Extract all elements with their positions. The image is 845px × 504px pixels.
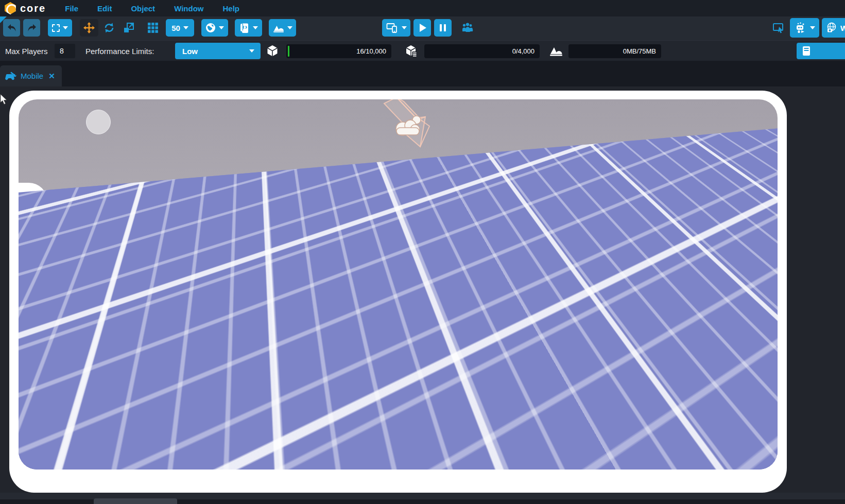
max-players-field[interactable]: 8 [55,44,75,58]
axis-x-label: X [50,448,55,456]
networked-object-value: 0/4,000 [512,47,534,55]
chevron-down-icon [249,49,254,53]
web-publish-button[interactable]: W [822,18,845,38]
selection-mode-dropdown[interactable] [48,19,72,37]
chevron-down-icon [63,26,68,29]
multiplayer-preview-icon [461,22,474,33]
object-count-value: 16/10,000 [356,47,386,55]
terrain-memory-value: 0MB/75MB [623,47,656,55]
chevron-down-icon [183,26,188,29]
networked-object-meter: 0/4,000 [424,44,540,58]
spawn-point-gizmo[interactable] [367,99,436,149]
monitor-cursor-icon [772,22,785,33]
mobile-device-frame: Z X Y [9,91,787,493]
menu-help[interactable]: Help [222,4,239,13]
object-count-icon [266,44,279,60]
snap-size-dropdown[interactable]: 50 [166,19,194,37]
scene-viewport[interactable]: Z X Y [0,86,845,504]
selection-box-icon [52,24,60,32]
bottom-panel-handle[interactable] [94,498,177,504]
terrain-memory-icon [549,44,563,60]
chevron-down-icon [402,26,407,29]
play-button[interactable] [413,19,431,37]
bot-icon [795,22,807,34]
spawn-pin-person-icon [391,265,412,292]
device-preview-dropdown[interactable] [382,19,410,37]
grid-snap-button[interactable] [145,19,161,37]
tab-close-icon[interactable]: ✕ [48,72,55,81]
main-toolbar: 50 [0,16,845,40]
screen-share-button[interactable] [771,19,786,37]
3d-scene[interactable]: Z X Y [19,99,778,470]
menu-edit[interactable]: Edit [97,4,112,13]
core-logo-icon [4,2,16,14]
performance-limits-value: Low [182,47,198,56]
script-dropdown[interactable] [235,19,262,37]
grid-icon [147,22,159,33]
pause-button[interactable] [434,19,452,37]
globe-camera-icon [826,22,837,33]
multiplayer-preview-button[interactable] [458,19,477,37]
meter-fill [288,46,289,57]
chevron-down-icon [287,26,292,29]
app-name: core [20,3,46,14]
panel-icon [802,45,812,57]
undo-icon [7,23,17,32]
redo-button[interactable] [23,19,40,37]
move-tool-button[interactable] [80,19,98,37]
mouse-cursor [0,94,8,105]
play-icon [420,24,426,32]
performance-limits-label: Performance Limits: [85,47,154,56]
tab-mobile[interactable]: Mobile ✕ [0,65,62,86]
object-count-meter: 16/10,000 [286,44,391,58]
chevron-down-icon [219,26,224,29]
terrain-sky-icon [273,23,284,33]
performance-limits-dropdown[interactable]: Low [175,43,261,59]
app-logo[interactable]: core [4,2,46,14]
tab-mobile-label: Mobile [21,72,43,80]
menu-bar: core File Edit Object Window Help [0,0,845,16]
scene-objects-dropdown[interactable] [269,19,296,37]
axis-z-label: Z [31,431,36,440]
rotate-tool-button[interactable] [101,19,117,37]
move-tool-icon [83,22,95,33]
terrain-memory-meter: 0MB/75MB [568,44,661,58]
axis-y-label: Y [46,467,51,470]
device-side-notch [9,183,47,377]
player-spawn-capsule[interactable] [385,252,418,305]
max-players-label: Max Players [5,47,48,56]
pause-icon [440,24,446,31]
scale-tool-icon [123,22,134,33]
bot-assistant-dropdown[interactable] [790,18,819,38]
web-button-label: W [840,24,845,32]
gamepad-wrench-icon [5,72,16,80]
redo-icon [27,23,37,32]
rotate-tool-icon [104,22,115,33]
chevron-down-icon [810,26,815,29]
device-preview-icon [386,23,399,33]
world-space-dropdown[interactable] [201,19,228,37]
performance-bar: Max Players 8 Performance Limits: Low 16… [0,40,845,61]
menu-object[interactable]: Object [131,4,155,13]
axis-orientation-gizmo: Z X Y [27,429,63,470]
scale-tool-button[interactable] [120,19,137,37]
script-icon [239,23,250,33]
viewport-tab-bar: Mobile ✕ [0,61,845,86]
undo-button[interactable] [3,19,20,37]
device-camera-cutout [86,110,111,134]
networked-object-icon [405,44,418,60]
cutoff-panel-button[interactable] [797,43,845,59]
menu-file[interactable]: File [65,4,78,13]
globe-icon [205,23,216,33]
chevron-down-icon [253,26,258,29]
snap-size-value: 50 [171,24,180,32]
menu-window[interactable]: Window [174,4,203,13]
